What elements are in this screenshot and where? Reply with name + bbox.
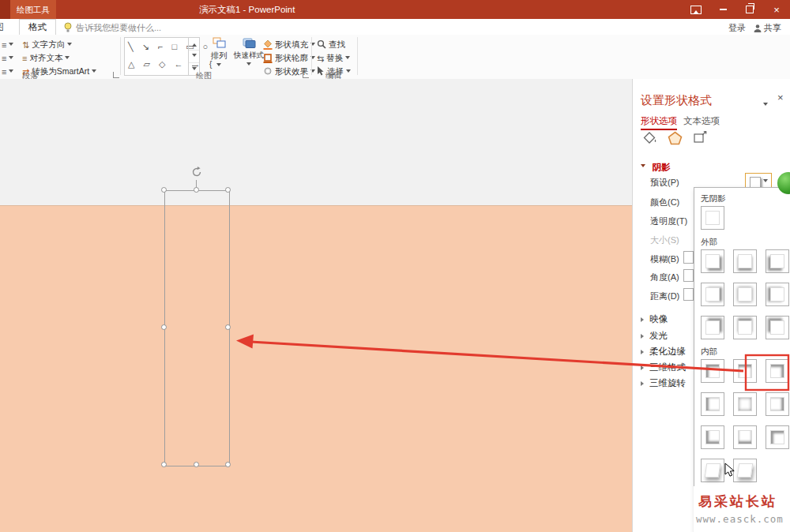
shape-gallery[interactable]: ╲ ↘ ⌐ □ ▭ ○ △ ▱ ◇ ← → {: [124, 37, 200, 76]
selection-handle[interactable]: [225, 187, 231, 193]
shadow-preset-label: 预设(P): [650, 177, 679, 189]
arrange-button[interactable]: 排列: [205, 37, 232, 71]
shadow-preset-tile[interactable]: [701, 392, 724, 416]
clipped-list-icon[interactable]: ≡: [2, 39, 13, 51]
shadow-preset-flyout: 无阴影 外部 内部: [694, 187, 790, 532]
arrange-icon: [205, 37, 232, 51]
shape-fill-button[interactable]: 形状填充: [263, 39, 315, 51]
pane-close-button[interactable]: ×: [777, 92, 784, 103]
tab-partial-left[interactable]: 图: [0, 21, 4, 33]
minimize-button[interactable]: [709, 0, 736, 19]
align-text-button[interactable]: ≡ 对齐文本: [22, 52, 70, 65]
shape-gallery-scrollbar[interactable]: [188, 38, 199, 75]
shadow-preset-tile[interactable]: [766, 283, 789, 306]
shadow-preset-tile[interactable]: [733, 359, 757, 383]
shape-effects-icon: [263, 66, 273, 77]
selection-handle[interactable]: [194, 462, 199, 467]
shadow-preset-tile[interactable]: [733, 459, 757, 482]
shadow-preset-thumbnail-icon: [750, 177, 761, 188]
outer-presets-grid: [701, 249, 790, 339]
selection-handle[interactable]: [161, 187, 167, 193]
title-bar-corner: [0, 0, 10, 19]
gallery-scroll-down-button[interactable]: [189, 51, 199, 63]
quick-styles-icon: [234, 37, 264, 51]
outer-group-label: 外部: [701, 237, 790, 247]
shape-outline-button[interactable]: 形状轮廓: [263, 52, 315, 65]
select-icon: [317, 66, 325, 77]
find-button[interactable]: 查找: [317, 39, 345, 51]
distance-spinner-edge[interactable]: [683, 288, 694, 301]
drawing-dialog-launcher[interactable]: [303, 72, 309, 78]
shadow-angle-label: 角度(A): [650, 272, 679, 283]
angle-spinner-edge[interactable]: [683, 269, 694, 282]
shadow-preset-tile[interactable]: [733, 283, 757, 306]
effects-category-icon[interactable]: [668, 131, 683, 148]
watermark-url: www.easck.com: [696, 513, 784, 525]
tell-me-box[interactable]: 告诉我您想要做什么...: [76, 22, 161, 34]
tab-text-options[interactable]: 文本选项: [683, 115, 720, 127]
shadow-transparency-label: 透明度(T): [650, 215, 687, 227]
watermark-site-name: 易采站长站: [698, 493, 777, 511]
replace-button[interactable]: ⇆ 替换: [317, 52, 350, 65]
fill-line-category-icon[interactable]: [642, 131, 657, 148]
quick-styles-button[interactable]: 快速样式: [234, 37, 264, 70]
text-direction-button[interactable]: ⇅ 文字方向: [22, 39, 72, 51]
pane-collapse-icon[interactable]: [763, 98, 768, 112]
slide-canvas[interactable]: [0, 205, 632, 532]
shadow-preset-tile[interactable]: [766, 392, 789, 416]
reflection-section-header[interactable]: 映像: [641, 311, 668, 325]
tab-shape-options[interactable]: 形状选项: [641, 115, 677, 130]
ribbon-display-options-icon: [690, 6, 702, 14]
ribbon-display-options-button[interactable]: [683, 0, 709, 19]
3d-rotation-section-header[interactable]: 三维旋转: [641, 375, 686, 389]
shadow-color-label: 颜色(C): [650, 197, 679, 208]
no-shadow-group-label: 无阴影: [701, 193, 790, 204]
shadow-preset-tile[interactable]: [733, 316, 757, 339]
selection-handle[interactable]: [225, 462, 231, 467]
selection-handle[interactable]: [161, 462, 167, 467]
soft-edges-section-header[interactable]: 柔化边缘: [641, 343, 686, 358]
window-title: 演示文稿1 - PowerPoint: [199, 4, 295, 16]
blur-spinner-edge[interactable]: [683, 251, 694, 264]
shadow-preset-tile[interactable]: [766, 425, 789, 449]
slide-workspace: [0, 79, 632, 532]
shadow-preset-tile[interactable]: [701, 359, 724, 383]
shadow-distance-label: 距离(D): [650, 290, 679, 302]
paragraph-dialog-launcher[interactable]: [113, 72, 119, 78]
shadow-section-header[interactable]: 阴影: [641, 159, 670, 174]
shadow-preset-tile[interactable]: [766, 316, 789, 339]
tab-format[interactable]: 格式: [19, 19, 56, 36]
shadow-preset-tile[interactable]: [701, 316, 724, 339]
shadow-preset-tile[interactable]: [766, 249, 789, 273]
restore-button[interactable]: [736, 0, 763, 19]
shadow-preset-tile[interactable]: [701, 249, 724, 273]
shadow-preset-tile-selected[interactable]: [766, 359, 789, 383]
clipped-list-icon[interactable]: ≡: [2, 52, 13, 65]
clipped-list-icon[interactable]: ≡: [2, 66, 13, 78]
shadow-preset-tile[interactable]: [701, 459, 724, 482]
shadow-preset-tile[interactable]: [733, 249, 757, 273]
gallery-scroll-up-button[interactable]: [189, 38, 199, 51]
shape-fill-icon: [263, 39, 273, 51]
shadow-preset-tile[interactable]: [733, 425, 757, 449]
close-button[interactable]: ×: [763, 0, 790, 19]
share-button[interactable]: 共享: [764, 22, 781, 34]
shadow-blur-label: 模糊(B): [650, 253, 679, 265]
ribbon-tab-row: 图 格式 告诉我您想要做什么... 登录 共享: [0, 19, 790, 35]
size-properties-category-icon[interactable]: [693, 131, 708, 148]
shadow-preset-tile-none[interactable]: [701, 206, 724, 230]
contextual-tab-group-drawing-tools[interactable]: 绘图工具: [10, 0, 56, 19]
selection-handle[interactable]: [194, 187, 199, 193]
selection-handle[interactable]: [225, 324, 231, 330]
shadow-preset-tile[interactable]: [701, 283, 724, 306]
shadow-preset-tile[interactable]: [701, 425, 724, 449]
rotation-handle[interactable]: [190, 166, 203, 182]
glow-section-header[interactable]: 发光: [641, 328, 668, 342]
shadow-preset-tile[interactable]: [733, 392, 757, 416]
selection-handle[interactable]: [161, 324, 167, 330]
group-separator: [357, 37, 358, 75]
restore-icon: [746, 6, 754, 13]
selected-rectangle-shape[interactable]: [164, 190, 230, 466]
sign-in-link[interactable]: 登录: [728, 22, 746, 34]
3d-format-section-header[interactable]: 三维格式: [641, 359, 686, 373]
